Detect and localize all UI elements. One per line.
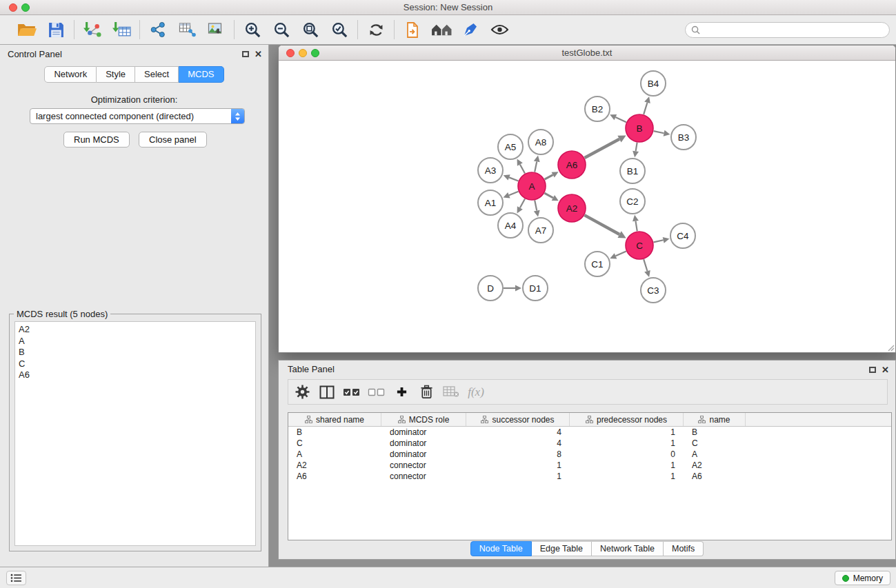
edge-C-C2[interactable] xyxy=(633,215,639,231)
import-public-database-button[interactable] xyxy=(398,17,427,42)
zoom-selected-button[interactable] xyxy=(325,17,354,42)
node-A[interactable]: A xyxy=(518,172,546,200)
tab-style[interactable]: Style xyxy=(97,66,135,83)
column-header-name[interactable]: name xyxy=(684,413,746,426)
node-B1[interactable]: B1 xyxy=(620,159,645,183)
edge-A-A8[interactable] xyxy=(534,156,540,172)
search-input[interactable] xyxy=(704,25,884,35)
task-history-button[interactable] xyxy=(6,571,26,585)
edge-B-B2[interactable] xyxy=(610,114,626,122)
float-window-icon[interactable] xyxy=(242,51,249,57)
close-icon[interactable]: ✕ xyxy=(255,50,262,59)
new-network-table-button[interactable] xyxy=(172,17,201,42)
annotation-button[interactable] xyxy=(456,17,485,42)
edge-A-A4[interactable] xyxy=(517,199,525,213)
edge-A-A5[interactable] xyxy=(517,159,525,174)
table-row[interactable]: A6connector11A6 xyxy=(288,471,891,482)
edge-C-C4[interactable] xyxy=(653,237,669,243)
result-item[interactable]: A6 xyxy=(15,369,255,381)
save-session-button[interactable] xyxy=(41,17,70,42)
minimize-window-button[interactable] xyxy=(299,49,307,57)
result-item[interactable]: C xyxy=(15,358,255,370)
show-columns-button[interactable] xyxy=(315,381,339,403)
network-canvas[interactable]: B4B2BB3A8A5A6A3B1AC2A1A2A4A7C4CC1DD1C3 xyxy=(279,61,895,352)
node-A3[interactable]: A3 xyxy=(478,158,503,183)
table-row[interactable]: A2connector11A2 xyxy=(288,460,891,471)
zoom-out-button[interactable] xyxy=(267,17,296,42)
table-row[interactable]: Cdominator41C xyxy=(288,438,891,449)
node-A6[interactable]: A6 xyxy=(558,151,586,179)
tab-select[interactable]: Select xyxy=(135,66,179,83)
tab-motifs[interactable]: Motifs xyxy=(664,541,704,556)
memory-button[interactable]: Memory xyxy=(835,571,890,585)
edge-A-A3[interactable] xyxy=(504,174,519,181)
node-C1[interactable]: C1 xyxy=(585,252,610,276)
node-A5[interactable]: A5 xyxy=(498,134,523,159)
node-C2[interactable]: C2 xyxy=(620,189,645,214)
node-D[interactable]: D xyxy=(478,276,503,301)
result-item[interactable]: B xyxy=(15,347,255,358)
export-image-button[interactable] xyxy=(201,17,230,42)
node-A4[interactable]: A4 xyxy=(498,213,523,238)
delete-table-button[interactable] xyxy=(439,381,464,403)
node-B2[interactable]: B2 xyxy=(585,97,610,121)
edge-A2-C[interactable] xyxy=(584,215,626,238)
edge-C-C3[interactable] xyxy=(644,259,650,277)
tab-mcds[interactable]: MCDS xyxy=(179,66,223,83)
tab-network-table[interactable]: Network Table xyxy=(592,541,664,556)
node-B3[interactable]: B3 xyxy=(671,125,696,150)
node-B[interactable]: B xyxy=(626,114,653,142)
add-column-button[interactable] xyxy=(389,381,414,403)
new-network-button[interactable] xyxy=(143,17,172,42)
node-C4[interactable]: C4 xyxy=(670,223,695,248)
close-window-button[interactable] xyxy=(9,3,17,12)
function-builder-button[interactable]: f(x) xyxy=(464,381,488,403)
table-settings-button[interactable] xyxy=(290,381,315,403)
column-header-shared-name[interactable]: shared name xyxy=(288,413,381,426)
edge-A-A1[interactable] xyxy=(504,192,519,199)
node-A1[interactable]: A1 xyxy=(478,190,503,215)
select-all-button[interactable] xyxy=(339,381,364,403)
tab-node-table[interactable]: Node Table xyxy=(470,541,532,556)
node-A2[interactable]: A2 xyxy=(558,194,586,222)
column-header-predecessor-nodes[interactable]: predecessor nodes xyxy=(570,413,684,426)
apply-layout-button[interactable] xyxy=(361,17,390,42)
zoom-window-button[interactable] xyxy=(21,3,30,12)
edge-A-A2[interactable] xyxy=(544,193,558,201)
table-row[interactable]: Bdominator41B xyxy=(288,427,891,438)
tab-edge-table[interactable]: Edge Table xyxy=(532,541,592,556)
float-window-icon[interactable] xyxy=(869,367,876,373)
edge-D-D1[interactable] xyxy=(504,285,521,292)
deselect-all-button[interactable] xyxy=(364,381,389,403)
home-button[interactable] xyxy=(427,17,456,42)
node-D1[interactable]: D1 xyxy=(523,276,548,301)
edge-A-A6[interactable] xyxy=(545,172,559,179)
import-network-file-button[interactable] xyxy=(78,17,107,42)
show-hide-button[interactable] xyxy=(485,17,514,42)
node-C[interactable]: C xyxy=(626,232,653,259)
node-A7[interactable]: A7 xyxy=(528,218,553,243)
run-mcds-button[interactable]: Run MCDS xyxy=(63,132,130,148)
resize-grip-icon[interactable] xyxy=(886,343,895,352)
zoom-window-button[interactable] xyxy=(311,49,319,57)
close-window-button[interactable] xyxy=(286,49,295,57)
tab-network[interactable]: Network xyxy=(44,66,97,83)
delete-column-button[interactable] xyxy=(414,381,439,403)
zoom-fit-button[interactable] xyxy=(296,17,325,42)
edge-C-C1[interactable] xyxy=(610,251,626,258)
column-header-successor-nodes[interactable]: successor nodes xyxy=(466,413,570,426)
close-icon[interactable]: ✕ xyxy=(882,365,889,374)
edge-A6-B[interactable] xyxy=(584,135,626,158)
import-table-file-button[interactable] xyxy=(107,17,136,42)
edge-A-A7[interactable] xyxy=(534,201,540,217)
node-C3[interactable]: C3 xyxy=(641,278,666,303)
network-window-titlebar[interactable]: testGlobe.txt xyxy=(279,45,895,61)
table-row[interactable]: Adominator80A xyxy=(288,449,891,460)
edge-B-B3[interactable] xyxy=(654,130,670,136)
close-panel-button[interactable]: Close panel xyxy=(139,132,207,148)
open-file-button[interactable] xyxy=(12,17,41,42)
result-item[interactable]: A xyxy=(15,336,255,347)
edge-B-B1[interactable] xyxy=(633,143,639,158)
edge-B-B4[interactable] xyxy=(644,97,650,114)
node-A8[interactable]: A8 xyxy=(528,130,553,154)
